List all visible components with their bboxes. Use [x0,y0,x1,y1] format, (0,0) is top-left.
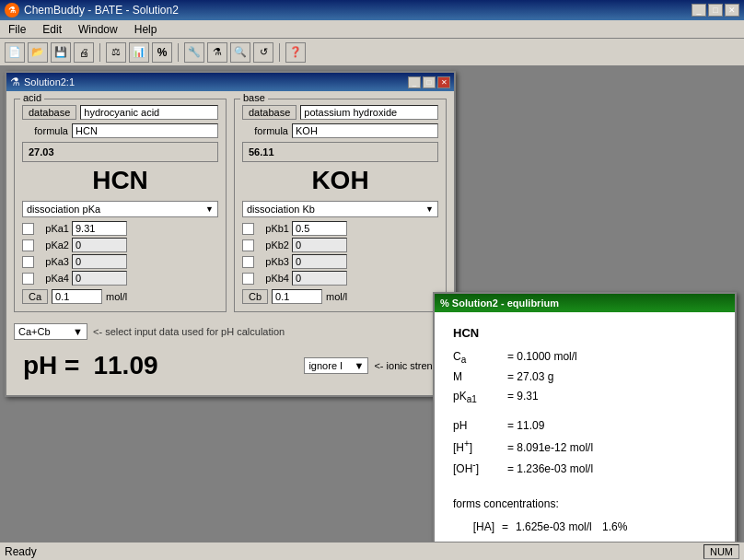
new-button[interactable]: 📄 [5,42,25,63]
toolbar-sep-2 [178,43,179,62]
ionic-select-arrow: ▼ [355,360,365,371]
acid-formula-input[interactable] [72,123,218,138]
acid-pKa4-checkbox[interactable] [22,273,34,285]
solution-title: Solution2:1 [24,76,75,88]
base-formula-display: KOH [242,164,438,197]
open-button[interactable]: 📂 [28,42,48,63]
ph-row: pH = 11.09 ignore I ▼ <- ionic strength [14,344,447,388]
menu-bar: File Edit Window Help [0,20,744,39]
tools-button[interactable]: 🔧 [184,42,204,63]
base-pKb2-label: pKb2 [257,239,289,251]
acid-pKa3-checkbox[interactable] [22,256,34,268]
base-pKb4-input[interactable] [292,271,347,286]
acid-dissociation-select[interactable]: dissociation pKa ▼ [22,201,218,217]
base-pKb3-checkbox[interactable] [242,256,254,268]
base-database-btn[interactable]: database [242,105,296,120]
acid-pKa3-input[interactable] [72,254,127,269]
base-dissociation-label: dissociation Kb [247,204,315,215]
equil-title-bar: % Solution2 - equlibrium [435,294,735,312]
base-dropdown-row: dissociation Kb ▼ [242,201,438,217]
acid-pKa1-checkbox[interactable] [22,223,34,235]
base-pKb2-checkbox[interactable] [242,239,254,251]
ionic-select[interactable]: ignore I ▼ [304,357,368,374]
equil-pH-label: pH [453,416,504,435]
acid-Ca-row: Ca mol/l [22,289,218,304]
acid-database-input[interactable] [80,105,218,120]
sol-maximize-btn[interactable]: □ [423,76,436,88]
base-database-input[interactable] [300,105,438,120]
acid-Ca-input[interactable] [52,289,102,304]
menu-help[interactable]: Help [131,22,161,37]
calc-select[interactable]: Ca+Cb ▼ [14,323,87,340]
equil-title-text: % Solution2 - equlibrium [440,298,559,309]
equil-Hplus-value: = 8.091e-12 mol/l [507,438,593,457]
chart-button[interactable]: 📊 [129,42,149,63]
base-pKb2-input[interactable] [292,238,347,252]
acid-pKa1-input[interactable] [72,221,127,236]
ionic-row: ignore I ▼ <- ionic strength [304,357,447,374]
base-formula-input[interactable] [292,123,438,138]
acid-pKa1-row: pKa1 [22,221,218,236]
print-button[interactable]: 🖨 [74,42,94,63]
acid-pKa4-input[interactable] [72,271,127,286]
equil-gap-2 [453,478,716,487]
minimize-button[interactable]: _ [692,4,706,17]
solution-win-controls: _ □ ✕ [408,76,450,88]
equil-compound: HCN [453,323,716,344]
menu-file[interactable]: File [5,22,29,37]
solution-title-bar: ⚗ Solution2:1 _ □ ✕ [6,73,454,91]
base-dissociation-select[interactable]: dissociation Kb ▼ [242,201,438,217]
acid-pKa1-label: pKa1 [37,223,69,234]
toolbar: 📄 📂 💾 🖨 ⚖ 📊 % 🔧 ⚗ 🔍 ↺ ❓ [0,39,744,66]
equil-content: HCN Ca = 0.1000 mol/l M = 27.03 g pKa1 =… [435,312,735,560]
refresh-button[interactable]: ↺ [253,42,273,63]
close-button[interactable]: ✕ [725,4,739,17]
percent-button[interactable]: % [152,42,172,63]
base-pKb1-input[interactable] [292,221,347,236]
workspace: ⚗ Solution2:1 _ □ ✕ acid database [0,66,744,542]
base-Cb-unit: mol/l [326,291,347,302]
acid-select-arrow: ▼ [205,204,214,214]
flask-button[interactable]: ⚗ [207,42,227,63]
base-pKb1-checkbox[interactable] [242,223,254,235]
sol-minimize-btn[interactable]: _ [408,76,421,88]
acid-Ca-btn[interactable]: Ca [22,289,48,304]
acid-pKa2-input[interactable] [72,238,127,252]
acid-molweight-box: 27.03 [22,142,218,162]
base-pKb4-row: pKb4 [242,271,438,286]
ionic-select-label: ignore I [308,360,343,371]
acid-dissociation-label: dissociation pKa [27,204,100,215]
help-button[interactable]: ❓ [285,42,306,63]
app-title: ChemBuddy - BATE - Solution2 [24,4,179,17]
base-Cb-btn[interactable]: Cb [242,289,268,304]
acid-Ca-unit: mol/l [106,291,127,302]
equil-OHminus-label: [OH-] [453,457,504,478]
equil-M-label: M [453,368,504,386]
base-pKb3-label: pKb3 [257,256,289,267]
menu-edit[interactable]: Edit [39,22,65,37]
status-text: Ready [5,545,37,558]
acid-pKa2-checkbox[interactable] [22,239,34,251]
ph-display: pH = 11.09 [14,344,168,388]
status-bar: Ready NUM [0,542,744,560]
solution-window: ⚗ Solution2:1 _ □ ✕ acid database [5,71,456,397]
calc-select-arrow: ▼ [73,326,83,337]
calc-note: <- select input data used for pH calcula… [93,326,285,337]
acid-pKa4-label: pKa4 [37,273,69,284]
acid-pKa2-row: pKa2 [22,238,218,252]
base-pKb3-input[interactable] [292,254,347,269]
base-database-row: database [242,105,438,120]
base-label: base [240,92,268,103]
menu-window[interactable]: Window [75,22,122,37]
status-num: NUM [703,544,739,559]
sol-close-btn[interactable]: ✕ [437,76,450,88]
acid-database-btn[interactable]: database [22,105,76,120]
base-Cb-input[interactable] [272,289,322,304]
magnify-button[interactable]: 🔍 [230,42,250,63]
maximize-button[interactable]: □ [708,4,723,17]
base-pKb4-checkbox[interactable] [242,273,254,285]
save-button[interactable]: 💾 [51,42,71,63]
forms-row-0: [HA] = 1.625e-03 mol/l 1.6% [453,518,716,536]
balance-button[interactable]: ⚖ [106,42,126,63]
acid-formula-display: HCN [22,164,218,197]
